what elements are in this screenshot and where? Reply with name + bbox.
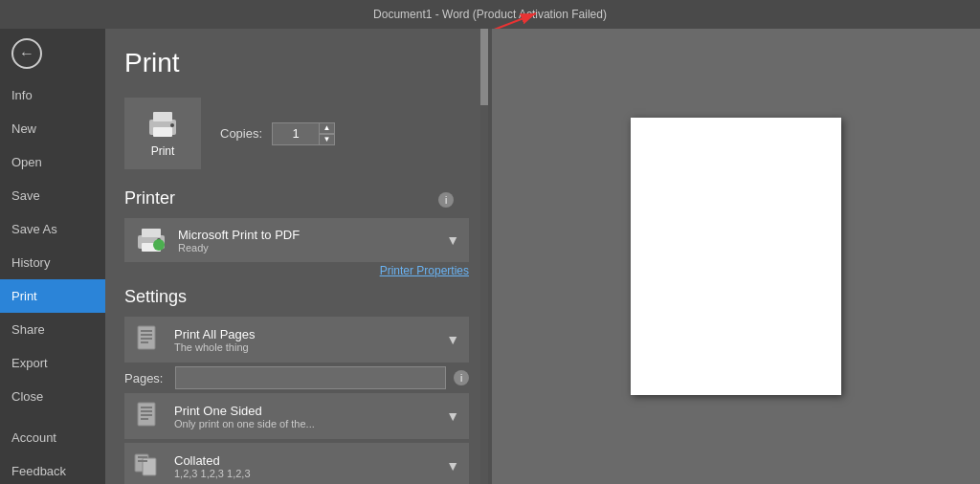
- copies-decrement[interactable]: ▼: [320, 134, 335, 145]
- collated-icon: [134, 451, 165, 481]
- collated-dropdown[interactable]: ▼: [446, 458, 459, 473]
- svg-rect-13: [141, 338, 152, 340]
- sidebar-item-print[interactable]: Print: [0, 279, 105, 313]
- printer-name-block: Microsoft Print to PDF Ready: [178, 228, 436, 253]
- sidebar-item-save[interactable]: Save: [0, 179, 105, 212]
- copies-label: Copies:: [220, 126, 262, 141]
- one-sided-text: Print One Sided Only print on one side o…: [174, 404, 436, 429]
- one-sided-dropdown[interactable]: ▼: [446, 408, 459, 424]
- printer-section: Printer i: [124, 188, 469, 209]
- one-sided-title: Print One Sided: [174, 404, 436, 418]
- one-sided-icon: [134, 401, 165, 431]
- svg-rect-16: [141, 407, 152, 408]
- print-all-pages-icon: [136, 324, 163, 355]
- pages-label: Pages:: [124, 371, 167, 385]
- svg-rect-22: [138, 456, 147, 458]
- sidebar-item-open[interactable]: Open: [0, 145, 105, 179]
- print-button-section: Print Copies: 1 ▲ ▼: [124, 98, 469, 169]
- print-title: Print: [124, 48, 469, 78]
- content-area: Print Print Copies: 1: [105, 29, 980, 484]
- printer-dropdown-arrow[interactable]: ▼: [446, 232, 459, 248]
- pages-info-icon[interactable]: i: [454, 370, 469, 385]
- svg-rect-17: [141, 410, 152, 412]
- settings-section-header: Settings: [124, 287, 469, 307]
- printer-status: Ready: [178, 242, 436, 253]
- printer-selector[interactable]: Microsoft Print to PDF Ready ▼: [124, 218, 469, 262]
- copies-input[interactable]: 1: [272, 122, 320, 145]
- collated-title: Collated: [174, 453, 436, 468]
- scrollbar-thumb: [480, 29, 488, 105]
- svg-rect-3: [153, 112, 172, 121]
- print-range-sub: The whole thing: [174, 341, 436, 353]
- sidebar-item-info[interactable]: Info: [0, 78, 105, 112]
- collated-row[interactable]: Collated 1,2,3 1,2,3 1,2,3 ▼: [124, 443, 469, 484]
- collated-text: Collated 1,2,3 1,2,3 1,2,3: [174, 453, 436, 479]
- sidebar-item-history[interactable]: History: [0, 246, 105, 279]
- title-bar-text: Document1 - Word (Product Activation Fai…: [373, 8, 607, 21]
- copies-section: Copies: 1 ▲ ▼: [220, 122, 335, 145]
- main-layout: ← Info New Open Save Save As History Pri…: [0, 29, 980, 484]
- sidebar: ← Info New Open Save Save As History Pri…: [0, 29, 105, 484]
- printer-icon: [145, 110, 180, 139]
- print-range-icon: [134, 324, 165, 355]
- sidebar-bottom: Account Feedback Options: [0, 421, 105, 484]
- print-range-title: Print All Pages: [174, 327, 436, 341]
- collated-sub: 1,2,3 1,2,3 1,2,3: [174, 468, 436, 479]
- pages-input[interactable]: [175, 366, 446, 389]
- sidebar-item-account[interactable]: Account: [0, 421, 105, 454]
- sidebar-item-new[interactable]: New: [0, 112, 105, 145]
- sidebar-item-share[interactable]: Share: [0, 313, 105, 346]
- printer-section-header: Printer: [124, 188, 469, 209]
- print-range-dropdown[interactable]: ▼: [446, 332, 459, 347]
- printer-info-icon[interactable]: i: [438, 192, 454, 208]
- print-range-text: Print All Pages The whole thing: [174, 327, 436, 353]
- sidebar-nav: Info New Open Save Save As History Print…: [0, 78, 105, 413]
- preview-area: [492, 29, 980, 484]
- ready-dot: [153, 239, 165, 251]
- spinner-buttons: ▲ ▼: [320, 122, 335, 145]
- sidebar-item-feedback[interactable]: Feedback: [0, 454, 105, 484]
- sidebar-item-save-as[interactable]: Save As: [0, 212, 105, 246]
- print-button[interactable]: Print: [124, 98, 201, 169]
- pages-row: Pages: i: [124, 366, 469, 389]
- svg-rect-7: [142, 229, 161, 237]
- svg-rect-4: [153, 127, 172, 137]
- panel-scrollbar[interactable]: [480, 29, 488, 484]
- back-button-container[interactable]: ←: [0, 29, 105, 78]
- sidebar-item-export[interactable]: Export: [0, 346, 105, 380]
- svg-rect-11: [141, 330, 152, 332]
- printer-icon-container: [134, 226, 168, 254]
- copies-spinner: 1 ▲ ▼: [272, 122, 335, 145]
- one-sided-row[interactable]: Print One Sided Only print on one side o…: [124, 393, 469, 439]
- printer-properties-link[interactable]: Printer Properties: [124, 264, 469, 277]
- back-button[interactable]: ←: [11, 38, 42, 69]
- svg-rect-18: [141, 414, 152, 416]
- svg-rect-12: [141, 334, 152, 336]
- copies-increment[interactable]: ▲: [320, 122, 335, 134]
- one-sided-print-icon: [136, 401, 163, 431]
- print-panel: Print Print Copies: 1: [105, 29, 488, 484]
- document-preview: [631, 118, 841, 395]
- printer-name: Microsoft Print to PDF: [178, 228, 436, 242]
- svg-rect-19: [141, 418, 148, 420]
- print-button-label: Print: [151, 144, 175, 158]
- collated-icon-svg: [134, 451, 165, 481]
- print-range-row[interactable]: Print All Pages The whole thing ▼: [124, 317, 469, 363]
- svg-point-5: [170, 123, 174, 127]
- svg-rect-23: [138, 460, 147, 462]
- svg-rect-14: [141, 341, 148, 343]
- one-sided-sub: Only print on one side of the...: [174, 418, 436, 429]
- title-bar: Document1 - Word (Product Activation Fai…: [0, 0, 980, 29]
- sidebar-item-close[interactable]: Close: [0, 380, 105, 413]
